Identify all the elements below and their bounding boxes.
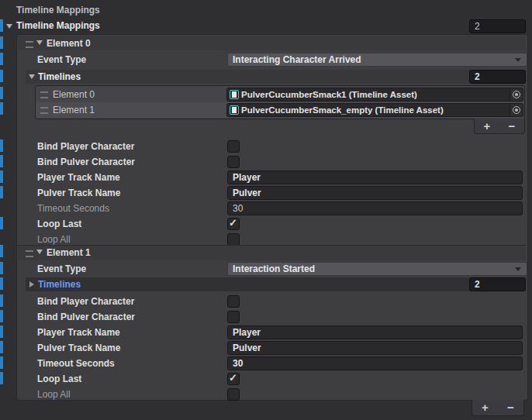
override-bar	[0, 53, 3, 65]
event-type-dropdown[interactable]: Interacting Character Arrived	[227, 53, 527, 67]
override-bar	[0, 341, 3, 353]
dropdown-arrow-icon	[515, 58, 521, 62]
pulver-track-name-field[interactable]: Pulver	[227, 186, 523, 200]
override-bar	[0, 356, 3, 369]
timelines-header-collapsed[interactable]	[26, 277, 526, 291]
override-bar	[0, 19, 3, 32]
event-type-label: Event Type	[37, 262, 86, 276]
foldout-closed-icon[interactable]	[29, 281, 34, 287]
remove-element-button[interactable]: −	[502, 401, 520, 415]
bind-player-character-checkbox[interactable]	[227, 295, 240, 308]
loop-all-checkbox[interactable]	[227, 233, 240, 246]
timeline-asset-field[interactable]: PulverCucumberSmack1 (Timeline Asset)	[226, 88, 523, 102]
loop-last-label: Loop Last	[37, 372, 81, 386]
player-track-name-label: Player Track Name	[37, 325, 120, 339]
pulver-track-name-label: Pulver Track Name	[37, 186, 120, 200]
drag-handle-icon[interactable]	[40, 107, 48, 114]
override-bar	[0, 139, 3, 152]
override-bar	[0, 102, 3, 115]
timeline-asset-name: PulverCucumberSmack1 (Timeline Asset)	[239, 88, 510, 101]
loop-last-label: Loop Last	[37, 217, 81, 231]
object-picker-icon	[513, 91, 520, 98]
bind-player-character-checkbox[interactable]	[227, 140, 240, 153]
drag-handle-icon[interactable]	[40, 91, 48, 98]
array-size-field[interactable]: 2	[469, 70, 526, 84]
override-bar	[0, 217, 3, 229]
drag-handle-icon[interactable]	[26, 41, 33, 48]
override-bar	[0, 310, 3, 322]
loop-all-checkbox[interactable]	[227, 388, 240, 401]
bind-pulver-character-checkbox[interactable]	[227, 156, 240, 168]
array-size-field[interactable]: 2	[469, 19, 526, 33]
override-bar	[0, 325, 3, 338]
timelines-header[interactable]	[26, 70, 526, 84]
timeline-asset-field[interactable]: PulverCucumberSmack_empty (Timeline Asse…	[226, 103, 523, 117]
timeout-seconds-field[interactable]: 30	[227, 356, 523, 370]
add-element-button[interactable]: +	[476, 401, 495, 415]
bind-player-character-label: Bind Player Character	[37, 294, 134, 308]
bind-pulver-character-checkbox[interactable]	[227, 311, 240, 323]
loop-last-checkbox[interactable]	[227, 373, 240, 385]
bind-player-character-label: Bind Player Character	[37, 139, 134, 153]
override-bar	[0, 186, 3, 198]
property-label-timeline-mappings: Timeline Mappings	[16, 3, 100, 17]
element-1-title[interactable]: Element 1	[47, 246, 91, 260]
override-bar	[0, 155, 3, 167]
event-type-value: Interacting Character Arrived	[233, 54, 361, 65]
override-bar	[0, 372, 3, 384]
element-0-header[interactable]	[17, 36, 526, 50]
override-bar	[0, 70, 3, 82]
override-bar	[0, 294, 3, 307]
timelines-foldout[interactable]: Timelines	[38, 70, 81, 84]
array-size-field[interactable]: 2	[469, 277, 526, 291]
pulver-track-name-label: Pulver Track Name	[37, 341, 120, 355]
remove-timeline-button[interactable]: −	[503, 119, 521, 133]
timeline-asset-icon	[230, 90, 239, 99]
player-track-name-label: Player Track Name	[37, 170, 120, 184]
override-bar	[0, 36, 3, 49]
bind-pulver-character-label: Bind Pulver Character	[37, 310, 135, 324]
element-0-title[interactable]: Element 0	[47, 36, 91, 50]
loop-last-checkbox[interactable]	[227, 218, 240, 230]
timelines-foldout[interactable]: Timelines	[38, 277, 81, 291]
foldout-open-icon[interactable]	[29, 74, 35, 79]
timeline-asset-icon	[230, 105, 239, 115]
timeline-item-label: Element 1	[53, 103, 95, 117]
timeline-item-label: Element 0	[53, 88, 95, 102]
timeline-mappings-list-footer: + −	[472, 400, 524, 416]
bind-pulver-character-label: Bind Pulver Character	[37, 155, 135, 169]
override-bar	[0, 245, 3, 257]
pulver-track-name-field[interactable]: Pulver	[227, 341, 523, 355]
event-type-dropdown[interactable]: Interaction Started	[227, 262, 527, 276]
timeout-seconds-label: Timeout Seconds	[37, 201, 109, 215]
loop-all-label: Loop All	[37, 387, 71, 401]
override-bar	[0, 87, 3, 99]
add-timeline-button[interactable]: +	[478, 119, 496, 133]
timeout-seconds-field[interactable]: 30	[227, 201, 523, 215]
timeout-seconds-label: Timeout Seconds	[37, 356, 115, 370]
drag-handle-icon[interactable]	[26, 250, 33, 257]
unity-inspector-panel: Timeline Mappings Timeline Mappings 2 El…	[0, 0, 532, 420]
timeline-asset-name: PulverCucumberSmack_empty (Timeline Asse…	[239, 104, 510, 116]
event-type-label: Event Type	[37, 53, 86, 67]
foldout-open-icon[interactable]	[36, 40, 43, 45]
override-bar	[0, 277, 3, 290]
dropdown-arrow-icon	[515, 267, 521, 271]
timeline-mappings-foldout[interactable]: Timeline Mappings	[16, 19, 100, 33]
player-track-name-field[interactable]: Player	[227, 170, 523, 184]
override-bar	[0, 262, 3, 274]
player-track-name-field[interactable]: Player	[227, 325, 523, 339]
override-bar	[0, 170, 3, 183]
object-picker-button[interactable]	[510, 88, 523, 101]
timelines-list-footer: + −	[474, 119, 525, 134]
foldout-open-icon[interactable]	[36, 250, 43, 254]
foldout-open-icon[interactable]	[6, 24, 12, 29]
object-picker-button[interactable]	[510, 104, 523, 116]
event-type-value: Interaction Started	[233, 263, 315, 274]
element-1-header[interactable]	[17, 245, 526, 260]
object-picker-icon	[513, 106, 520, 114]
